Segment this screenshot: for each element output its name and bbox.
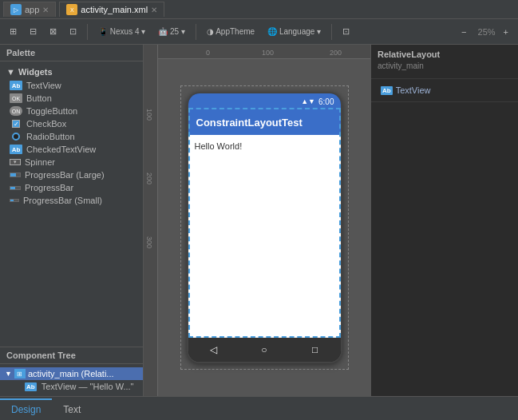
phone-app-title: ConstraintLayoutTest [196, 117, 302, 129]
tab-design[interactable]: Design [0, 398, 52, 419]
right-panel: RelativeLayout activity_main Ab TextView [370, 45, 518, 396]
phone-nav-bar: ◁ ○ □ [188, 338, 341, 362]
palette-title: Palette [0, 45, 143, 61]
toolbar-layout3[interactable]: ⊡ [65, 24, 81, 39]
ok-icon: OK [10, 93, 22, 103]
ruler-h-0: 0 [206, 49, 210, 57]
canvas-viewport[interactable]: ▲▼ 6:00 ConstraintLayoutTest Hello World… [158, 59, 370, 396]
phone-content[interactable]: Hello World! [188, 135, 341, 338]
signal-icon: ▲▼ [301, 97, 315, 105]
widget-checkedtextview[interactable]: Ab CheckedTextView [0, 143, 143, 156]
props-textview-item[interactable]: Ab TextView [378, 84, 512, 97]
ruler-h-100: 100 [262, 49, 274, 57]
widget-progressbar-small[interactable]: ProgressBar (Small) [0, 194, 143, 207]
bottom-bar: Design Text [0, 396, 518, 420]
checked-ab-icon: Ab [10, 145, 22, 154]
widget-togglebutton[interactable]: ON ToggleButton [0, 105, 143, 117]
canvas-area[interactable]: 0 100 200 300 100 200 300 [144, 45, 370, 396]
tab-app-label: app [25, 5, 39, 14]
zoom-plus-btn[interactable]: + [499, 25, 513, 39]
xml-icon: X [66, 4, 77, 15]
props-layout-section: RelativeLayout activity_main [371, 45, 518, 79]
hello-world-text: Hello World! [195, 141, 243, 151]
nav-back-btn[interactable]: ◁ [206, 343, 220, 357]
zoom-minus-btn[interactable]: − [457, 25, 471, 39]
toggle-icon: ON [10, 106, 22, 116]
cb-icon: ✓ [10, 119, 22, 129]
phone-action-bar: ConstraintLayoutTest [188, 109, 341, 135]
widgets-arrow[interactable]: ▼ [6, 67, 15, 77]
ruler-v-100: 100 [145, 109, 153, 121]
component-tree-title: Component Tree [0, 347, 143, 364]
status-time: 6:00 [318, 97, 334, 106]
toolbar-sep2 [196, 24, 196, 40]
widgets-group-title: ▼ Widgets [0, 65, 143, 79]
toolbar-layout2[interactable]: ⊠ [45, 24, 61, 39]
props-layout-title: RelativeLayout [378, 50, 512, 59]
ruler-left: 100 200 300 [144, 45, 158, 396]
pb-small-icon [10, 199, 19, 202]
toolbar-api-btn[interactable]: 🤖 25 ▾ [153, 25, 190, 38]
ruler-h-200: 200 [330, 49, 342, 57]
tree-expand-arrow[interactable]: ▼ [5, 370, 12, 378]
tree-ab-icon: Ab [25, 382, 37, 391]
widget-checkbox[interactable]: ✓ CheckBox [0, 117, 143, 130]
ruler-v-200: 200 [145, 172, 153, 184]
toolbar-sep3 [331, 24, 332, 40]
widget-radiobutton[interactable]: RadioButton [0, 130, 143, 143]
main-layout: ⊞ ⊟ ⊠ ⊡ 📱 Nexus 4 ▾ 🤖 25 ▾ ◑ AppTheme 🌐 … [0, 19, 518, 420]
tab-activity-close[interactable]: ✕ [151, 6, 157, 14]
nav-recent-btn[interactable]: □ [308, 343, 322, 357]
widget-progressbar-large[interactable]: ProgressBar (Large) [0, 168, 143, 181]
toolbar: ⊞ ⊟ ⊠ ⊡ 📱 Nexus 4 ▾ 🤖 25 ▾ ◑ AppTheme 🌐 … [0, 19, 518, 45]
rb-icon [10, 132, 22, 141]
toolbar-orientation-btn[interactable]: ⊡ [338, 24, 354, 39]
toolbar-device-btn[interactable]: 📱 Nexus 4 ▾ [93, 25, 150, 38]
tab-app-close[interactable]: ✕ [42, 6, 49, 14]
props-textview-label: TextView [396, 85, 431, 95]
tab-activity-main[interactable]: X activity_main.xml ✕ [59, 2, 164, 17]
tree-item-textview[interactable]: ▶ Ab TextView — "Hello W..." [0, 380, 143, 393]
palette-icon-btn[interactable]: ⊞ [5, 24, 22, 39]
widget-textview[interactable]: Ab TextView [0, 79, 143, 92]
widget-progressbar[interactable]: ProgressBar [0, 181, 143, 194]
tab-text[interactable]: Text [52, 398, 92, 419]
pb-large-icon [10, 172, 21, 177]
tab-app[interactable]: ▷ app ✕ [3, 2, 56, 17]
app-icon: ▷ [10, 4, 22, 15]
widget-spinner[interactable]: ▾ Spinner [0, 156, 143, 168]
pb-icon [10, 186, 21, 190]
props-layout-sub: activity_main [378, 61, 512, 70]
nav-home-btn[interactable]: ○ [257, 343, 271, 357]
widget-button[interactable]: OK Button [0, 92, 143, 105]
toolbar-language-btn[interactable]: 🌐 Language ▾ [263, 25, 326, 38]
zoom-level: 25% [478, 27, 496, 37]
spinner-icon: ▾ [10, 159, 21, 165]
phone-status-bar: ▲▼ 6:00 [188, 93, 341, 109]
ruler-v-300: 300 [145, 236, 153, 248]
toolbar-theme-btn[interactable]: ◑ AppTheme [202, 25, 259, 38]
component-tree: ▼ ⊞ activity_main (Relati... ▶ Ab TextVi… [0, 364, 143, 396]
ab-icon: Ab [10, 81, 22, 90]
widget-list: ▼ Widgets Ab TextView OK Button ON Toggl… [0, 61, 143, 347]
tab-activity-label: activity_main.xml [81, 5, 148, 14]
tree-layout-icon: ⊞ [14, 369, 26, 378]
title-bar: ▷ app ✕ X activity_main.xml ✕ [0, 0, 518, 19]
props-ab-icon: Ab [381, 86, 393, 95]
phone-container: ▲▼ 6:00 ConstraintLayoutTest Hello World… [187, 92, 342, 363]
toolbar-layout1[interactable]: ⊟ [25, 24, 42, 39]
phone-frame[interactable]: ▲▼ 6:00 ConstraintLayoutTest Hello World… [187, 92, 342, 363]
phone-screen: ▲▼ 6:00 ConstraintLayoutTest Hello World… [188, 93, 341, 362]
left-panel: Palette ▼ Widgets Ab TextView OK Button … [0, 45, 144, 396]
ruler-top: 0 100 200 300 [158, 45, 370, 59]
content-area: Palette ▼ Widgets Ab TextView OK Button … [0, 45, 518, 396]
props-textview-section: Ab TextView [371, 79, 518, 102]
tree-item-activity-main[interactable]: ▼ ⊞ activity_main (Relati... [0, 367, 143, 380]
toolbar-sep1 [87, 24, 88, 40]
